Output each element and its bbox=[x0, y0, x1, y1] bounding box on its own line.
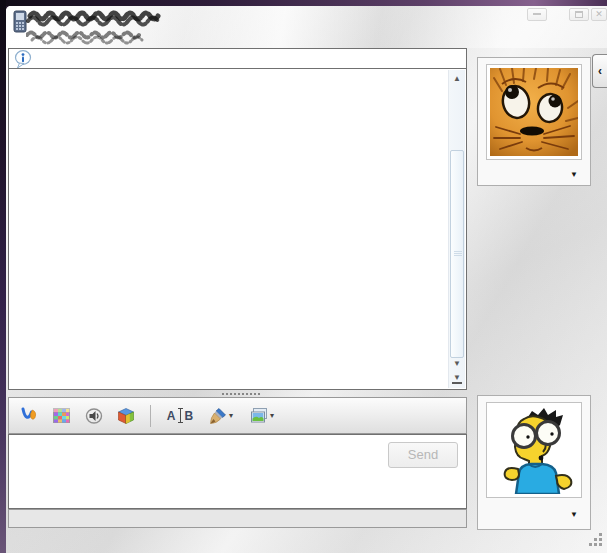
scroll-up-arrow-icon[interactable]: ▲ bbox=[449, 72, 465, 86]
messenger-conversation-window: ✕ ▲ ▼ ▼ bbox=[0, 0, 607, 553]
chat-scrollbar[interactable]: ▲ ▼ ▼ bbox=[448, 70, 465, 388]
conversation-info-bar bbox=[8, 48, 467, 69]
background-image-icon bbox=[250, 407, 268, 424]
handwriting-dropdown-icon[interactable]: ▾ bbox=[229, 411, 233, 420]
contact-avatar-lion-image bbox=[490, 68, 578, 156]
contact-avatar-frame[interactable] bbox=[486, 64, 582, 160]
chevron-left-icon: ‹ bbox=[598, 64, 602, 78]
handwriting-button[interactable]: ▾ bbox=[203, 403, 239, 429]
voice-clip-button[interactable] bbox=[80, 403, 107, 429]
minimize-icon bbox=[533, 12, 541, 15]
messenger-window-icon bbox=[13, 10, 27, 33]
contact-avatar-menu-icon[interactable]: ▼ bbox=[570, 171, 578, 179]
self-avatar-cartoon-image bbox=[490, 406, 578, 494]
chat-history-area: ▲ ▼ ▼ bbox=[8, 68, 467, 390]
redacted-title-scribble bbox=[26, 8, 204, 46]
self-display-picture[interactable]: ▼ bbox=[477, 395, 591, 530]
close-button[interactable]: ✕ bbox=[591, 8, 607, 21]
info-balloon-icon bbox=[14, 50, 32, 69]
emoticon-picker-button[interactable] bbox=[48, 403, 75, 429]
background-dropdown-icon[interactable]: ▾ bbox=[270, 411, 274, 420]
composer-toolbar: A B ▾ ▾ bbox=[8, 397, 467, 434]
wink-icon bbox=[20, 406, 39, 425]
font-format-icon: A B bbox=[167, 408, 193, 423]
message-input[interactable]: Send bbox=[8, 434, 467, 509]
handwriting-brush-icon bbox=[209, 407, 227, 425]
wink-button[interactable] bbox=[16, 403, 43, 429]
jump-to-latest-icon[interactable]: ▼ bbox=[449, 372, 465, 386]
self-avatar-frame[interactable] bbox=[486, 402, 582, 498]
scroll-down-arrow-icon[interactable]: ▼ bbox=[449, 357, 465, 370]
contact-display-picture[interactable]: ▼ bbox=[477, 57, 591, 186]
self-avatar-menu-icon[interactable]: ▼ bbox=[570, 511, 578, 519]
status-strip bbox=[8, 509, 467, 528]
sidebar-expander-button[interactable]: ‹ bbox=[592, 54, 607, 88]
font-format-button[interactable]: A B bbox=[162, 403, 198, 429]
text-cursor-ibeam-icon bbox=[177, 408, 184, 423]
activities-button[interactable] bbox=[112, 403, 139, 429]
toolbar-separator bbox=[150, 405, 151, 427]
activities-cube-icon bbox=[117, 407, 135, 425]
maximize-button[interactable] bbox=[569, 8, 589, 21]
close-icon: ✕ bbox=[595, 10, 603, 19]
pane-splitter-handle[interactable] bbox=[222, 392, 260, 396]
resize-grip-dots bbox=[599, 533, 602, 536]
background-picker-button[interactable]: ▾ bbox=[244, 403, 280, 429]
window-resize-grip[interactable] bbox=[588, 532, 604, 548]
emoticon-grid-icon bbox=[52, 407, 71, 424]
minimize-button[interactable] bbox=[527, 8, 547, 21]
send-button[interactable]: Send bbox=[388, 442, 458, 468]
scrollbar-thumb[interactable] bbox=[450, 150, 464, 358]
maximize-icon bbox=[575, 11, 583, 18]
voice-clip-speaker-icon bbox=[85, 407, 103, 425]
